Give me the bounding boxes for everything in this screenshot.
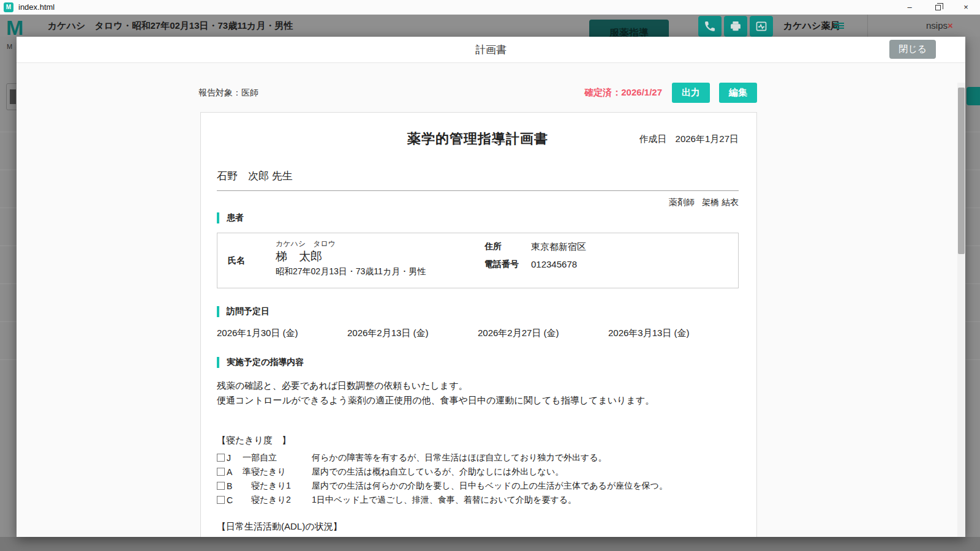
option-description: 屋内での生活は何らかの介助を要し、日中もベッドの上の生活が主体であるが座位を保つ… <box>312 481 739 492</box>
phone-icon <box>704 20 716 32</box>
option-code: B <box>227 481 243 491</box>
address-label: 住所 <box>484 241 531 253</box>
option-description: 何らかの障害等を有するが、日常生活はほぼ自立しており独力で外出する。 <box>312 452 739 463</box>
guidance-line: 残薬の確認と、必要であれば日数調整の依頼もいたします。 <box>217 378 739 393</box>
print-button[interactable] <box>724 16 747 37</box>
patient-furigana: カケハシ タロウ <box>276 239 426 248</box>
restore-button[interactable] <box>924 0 952 15</box>
window-titlebar: M index.html – × <box>0 0 980 15</box>
name-label: 氏名 <box>228 255 245 266</box>
minimize-button[interactable]: – <box>895 0 924 15</box>
modal-header: 計画書 閉じる <box>17 37 965 63</box>
section-accent-bar <box>217 212 219 223</box>
visit-date: 2026年3月13日 (金) <box>608 328 739 339</box>
modal-title: 計画書 <box>475 43 507 57</box>
window-title: index.html <box>18 2 55 12</box>
patient-section-heading: 患者 <box>217 212 739 223</box>
option-code: C <box>227 495 243 505</box>
bedridden-heading: 【寝たきり度 】 <box>217 435 739 446</box>
bedridden-option-row: A 準寝たきり 屋内での生活は概ね自立しているが、介助なしには外出しない。 <box>217 465 739 479</box>
pulse-chart-icon <box>755 20 767 32</box>
printer-icon <box>729 20 742 32</box>
report-target-label: 報告対象：医師 <box>198 88 258 99</box>
option-code: A <box>227 467 243 477</box>
created-date: 作成日2026年1月27日 <box>639 133 739 145</box>
nsips-label: nsips <box>926 20 948 31</box>
close-modal-button[interactable]: 閉じる <box>889 40 936 59</box>
guidance-heading-text: 実施予定の指導内容 <box>227 357 304 368</box>
patient-summary-header: カケハシ タロウ・昭和27年02月13日・73歳11カ月・男性 <box>48 20 293 32</box>
modal-body: 報告対象：医師 確定済：2026/1/27 出力 編集 薬学的管理指導計画書 作… <box>17 83 965 537</box>
created-date-label: 作成日 <box>639 133 667 144</box>
option-code: J <box>227 453 243 463</box>
vitals-chart-button[interactable] <box>750 16 773 37</box>
guidance-line: 便通コントロールができるよう薬剤の適正使用の他、食事や日中の運動に関しても指導し… <box>217 393 739 408</box>
pharmacist-line: 薬剤師架橋 結衣 <box>217 197 739 208</box>
pharmacist-name: 架橋 結衣 <box>702 197 739 207</box>
document-toolbar: 報告対象：医師 確定済：2026/1/27 出力 編集 <box>198 83 757 103</box>
guidance-section-heading: 実施予定の指導内容 <box>217 357 739 368</box>
app-logo-text: M <box>7 43 12 50</box>
header-divider <box>867 15 868 37</box>
option-label: 寝たきり1 <box>243 481 312 492</box>
address-value: 東京都新宿区 <box>531 241 586 253</box>
created-date-value: 2026年1月27日 <box>676 133 739 144</box>
bedridden-option-row: B 寝たきり1 屋内での生活は何らかの介助を要し、日中もベッドの上の生活が主体で… <box>217 479 739 493</box>
phone-label: 電話番号 <box>484 259 531 270</box>
phone-button[interactable] <box>698 16 722 37</box>
visit-dates-row: 2026年1月30日 (金) 2026年2月13日 (金) 2026年2月27日… <box>217 328 739 339</box>
option-description: 1日中ベッド上で過ごし、排泄、食事、着替において介助を要する。 <box>312 495 739 506</box>
checkbox-unchecked[interactable] <box>217 454 225 462</box>
visit-date: 2026年2月27日 (金) <box>478 328 608 339</box>
document-title: 薬学的管理指導計画書 <box>407 131 548 146</box>
phone-value: 012345678 <box>531 259 577 270</box>
doctor-underline <box>217 190 739 191</box>
visit-heading-text: 訪問予定日 <box>227 306 270 317</box>
bedridden-options: J 一部自立 何らかの障害等を有するが、日常生活はほぼ自立しており独力で外出する… <box>217 451 739 507</box>
adl-section-heading: 【日常生活活動(ADL)の状況】 <box>217 521 739 533</box>
option-description: 屋内での生活は概ね自立しているが、介助なしには外出しない。 <box>312 467 739 478</box>
option-label: 寝たきり2 <box>243 495 312 506</box>
checkbox-unchecked[interactable] <box>217 482 225 490</box>
checkbox-unchecked[interactable] <box>217 496 225 504</box>
bedridden-option-row: J 一部自立 何らかの障害等を有するが、日常生活はほぼ自立しており独力で外出する… <box>217 451 739 465</box>
section-accent-bar <box>217 306 219 317</box>
visit-date: 2026年1月30日 (金) <box>217 328 347 339</box>
dimmed-side-badge <box>967 87 980 105</box>
dimmed-page-footer <box>0 537 980 551</box>
visit-date: 2026年2月13日 (金) <box>347 328 478 339</box>
modal-scrollbar-thumb[interactable] <box>958 88 965 254</box>
section-accent-bar <box>217 357 219 368</box>
confirmed-status: 確定済：2026/1/27 <box>584 87 662 99</box>
edit-button[interactable]: 編集 <box>719 83 757 103</box>
export-button[interactable]: 出力 <box>672 83 710 103</box>
modal-scrollbar-track[interactable] <box>957 83 965 537</box>
pharmacist-label: 薬剤師 <box>669 197 695 207</box>
restore-icon <box>935 5 941 10</box>
option-label: 準寝たきり <box>243 467 312 478</box>
plan-document-modal: 計画書 閉じる 報告対象：医師 確定済：2026/1/27 出力 編集 薬学的管… <box>17 37 965 537</box>
guidance-content: 残薬の確認と、必要であれば日数調整の依頼もいたします。 便通コントロールができる… <box>217 378 739 408</box>
pharmacy-name: カケハシ薬局 <box>783 20 839 32</box>
app-logo: M <box>6 17 22 38</box>
app-favicon: M <box>4 2 13 12</box>
patient-heading-text: 患者 <box>227 212 244 223</box>
nsips-disconnected-icon: × <box>948 20 953 31</box>
checkbox-unchecked[interactable] <box>217 468 225 476</box>
plan-document-sheet: 薬学的管理指導計画書 作成日2026年1月27日 石野 次郎 先生 薬剤師架橋 … <box>200 112 757 537</box>
doctor-name: 石野 次郎 先生 <box>217 169 739 183</box>
patient-info-box: 氏名 カケハシ タロウ 梯 太郎 昭和27年02月13日・73歳11カ月・男性 … <box>217 233 739 288</box>
nsips-status: nsips× <box>926 20 953 31</box>
app-header: M M カケハシ タロウ・昭和27年02月13日・73歳11カ月・男性 服薬指導… <box>0 15 980 37</box>
visit-section-heading: 訪問予定日 <box>217 306 739 317</box>
patient-birth-info: 昭和27年02月13日・73歳11カ月・男性 <box>276 266 426 276</box>
pharmacy-list-icon[interactable] <box>834 23 844 30</box>
close-window-button[interactable]: × <box>952 0 980 15</box>
patient-name: 梯 太郎 <box>276 249 426 264</box>
option-label: 一部自立 <box>243 452 312 463</box>
bedridden-option-row: C 寝たきり2 1日中ベッド上で過ごし、排泄、食事、着替において介助を要する。 <box>217 493 739 507</box>
